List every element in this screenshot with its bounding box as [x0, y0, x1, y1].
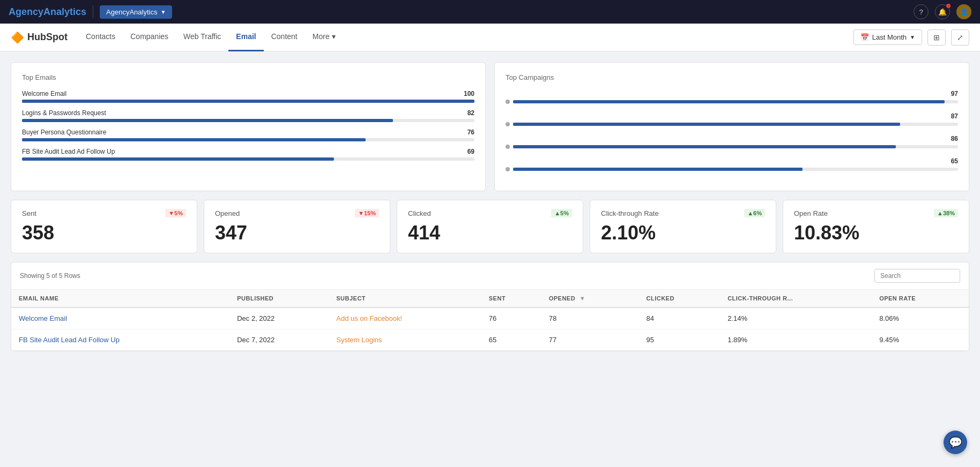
stat-badge: ▼5%: [165, 209, 186, 217]
main-content: Top Emails Welcome Email 100 Logins & Pa…: [0, 51, 980, 362]
bar-track: [22, 119, 474, 122]
stat-header: Click-through Rate ▲6%: [601, 209, 765, 217]
email-bar-row: Welcome Email 100: [22, 90, 474, 103]
email-bar-row: Buyer Persona Questionnaire 76: [22, 129, 474, 141]
stat-badge: ▲6%: [744, 209, 765, 217]
filter-button[interactable]: ⊞: [927, 29, 946, 46]
campaign-value: 65: [951, 157, 958, 165]
campaign-value: 86: [951, 135, 958, 142]
cell-email-name: Welcome Email: [11, 307, 229, 329]
bar-fill: [22, 100, 474, 103]
stat-card-opened: Opened ▼15% 347: [204, 200, 390, 253]
table-header: Showing 5 of 5 Rows: [11, 262, 969, 290]
nav-link-web-traffic[interactable]: Web Traffic: [176, 24, 228, 51]
share-icon: ⤢: [957, 33, 963, 42]
stat-header: Clicked ▲5%: [408, 209, 572, 217]
cell-sent: 65: [481, 329, 541, 351]
campaign-bar-row: 86: [506, 135, 958, 149]
campaign-bar-fill: [513, 100, 945, 103]
avatar[interactable]: 👤: [956, 4, 971, 19]
th-opened[interactable]: OPENED ▼: [541, 290, 639, 307]
stat-header: Sent ▼5%: [22, 209, 186, 217]
bar-label: Welcome Email: [22, 90, 66, 97]
top-campaigns-bars: 97 87 86 65: [506, 90, 958, 171]
subject-link[interactable]: System Logins: [336, 336, 382, 344]
campaign-bar-row: 65: [506, 157, 958, 171]
stats-row: Sent ▼5% 358 Opened ▼15% 347 Clicked ▲5%…: [11, 200, 969, 253]
filter-icon: ⊞: [933, 33, 940, 42]
campaign-bar-fill: [513, 168, 803, 171]
campaign-value: 97: [951, 90, 958, 97]
subject-link[interactable]: Add us on Facebook!: [336, 314, 402, 322]
logo-text-2: Analytics: [43, 6, 86, 17]
th-ctr: CLICK-THROUGH R...: [720, 290, 872, 307]
account-dropdown-arrow: ▼: [160, 9, 166, 15]
nav-link-companies[interactable]: Companies: [123, 24, 176, 51]
stat-card-ctr: Click-through Rate ▲6% 2.10%: [590, 200, 776, 253]
search-input[interactable]: [874, 269, 960, 283]
th-clicked: CLICKED: [639, 290, 721, 307]
notifications-button[interactable]: 🔔: [935, 4, 950, 19]
campaign-bar-row: 87: [506, 112, 958, 126]
cell-clicked: 95: [639, 329, 721, 351]
stat-label: Sent: [22, 209, 36, 217]
th-subject: SUBJECT: [329, 290, 481, 307]
calendar-icon: 📅: [860, 33, 869, 41]
th-open-rate: OPEN RATE: [872, 290, 969, 307]
email-bar-row: Logins & Passwords Request 82: [22, 109, 474, 122]
th-email-name: EMAIL NAME: [11, 290, 229, 307]
top-campaigns-card: Top Campaigns 97 87 86: [494, 62, 969, 191]
top-emails-title: Top Emails: [22, 73, 474, 81]
th-published: PUBLISHED: [229, 290, 329, 307]
th-sent: SENT: [481, 290, 541, 307]
email-name-link[interactable]: Welcome Email: [19, 314, 67, 322]
share-button[interactable]: ⤢: [951, 29, 969, 46]
stat-header: Opened ▼15%: [215, 209, 379, 217]
campaign-value: 87: [951, 112, 958, 120]
bar-fill: [22, 157, 334, 161]
top-emails-card: Top Emails Welcome Email 100 Logins & Pa…: [11, 62, 486, 191]
notification-dot: [946, 4, 951, 8]
bar-value: 76: [467, 129, 474, 136]
table-row: FB Site Audit Lead Ad Follow Up Dec 7, 2…: [11, 329, 969, 351]
sub-nav-right: 📅 Last Month ▼ ⊞ ⤢: [853, 29, 969, 46]
campaign-bar-track: [513, 168, 958, 171]
nav-link-contacts[interactable]: Contacts: [78, 24, 123, 51]
bar-track: [22, 100, 474, 103]
date-range-button[interactable]: 📅 Last Month ▼: [853, 29, 922, 45]
hubspot-logo-text: HubSpot: [27, 32, 68, 43]
bar-value: 82: [467, 109, 474, 117]
nav-link-more[interactable]: More ▾: [305, 24, 343, 51]
stat-badge: ▼15%: [355, 209, 379, 217]
stat-value: 358: [22, 222, 186, 244]
bar-label: Logins & Passwords Request: [22, 109, 106, 117]
agency-logo: AgencyAnalytics: [9, 6, 86, 18]
logo-text-1: Agency: [9, 6, 43, 17]
hubspot-icon: 🔶: [11, 31, 24, 44]
campaign-bar-track: [513, 123, 958, 126]
sub-nav-links: Contacts Companies Web Traffic Email Con…: [78, 24, 343, 51]
nav-divider: [93, 5, 93, 18]
campaign-bar-fill: [513, 145, 896, 148]
bar-fill: [22, 119, 393, 122]
table-header-row: EMAIL NAMEPUBLISHEDSUBJECTSENTOPENED ▼CL…: [11, 290, 969, 307]
cell-clicked: 84: [639, 307, 721, 329]
account-button[interactable]: AgencyAnalytics ▼: [100, 5, 172, 19]
cell-email-name: FB Site Audit Lead Ad Follow Up: [11, 329, 229, 351]
nav-link-email[interactable]: Email: [228, 24, 263, 51]
bar-fill: [22, 138, 366, 141]
cell-opened: 77: [541, 329, 639, 351]
campaign-bar-fill: [513, 123, 900, 126]
top-nav-left: AgencyAnalytics AgencyAnalytics ▼: [9, 5, 172, 19]
cell-ctr: 1.89%: [720, 329, 872, 351]
top-emails-bars: Welcome Email 100 Logins & Passwords Req…: [22, 90, 474, 161]
nav-link-content[interactable]: Content: [264, 24, 305, 51]
bar-value: 69: [467, 148, 474, 155]
stat-value: 414: [408, 222, 572, 244]
help-button[interactable]: ?: [914, 4, 929, 19]
hubspot-logo: 🔶 HubSpot: [11, 31, 68, 44]
email-name-link[interactable]: FB Site Audit Lead Ad Follow Up: [19, 336, 120, 344]
bar-track: [22, 157, 474, 161]
stat-label: Clicked: [408, 209, 431, 217]
stat-header: Open Rate ▲38%: [794, 209, 958, 217]
